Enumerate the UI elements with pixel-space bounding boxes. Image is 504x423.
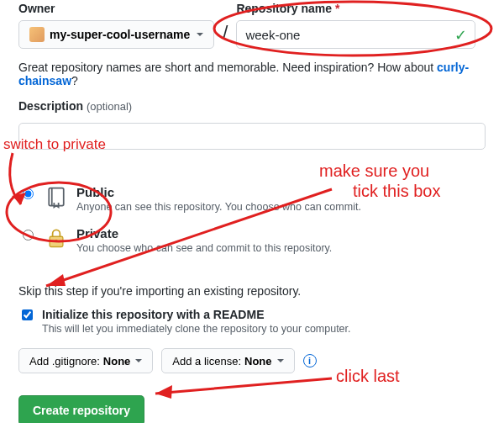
visibility-private-option[interactable]: Private You choose who can see and commi… <box>18 221 486 262</box>
private-desc: You choose who can see and commit to thi… <box>76 242 332 254</box>
license-dropdown[interactable]: Add a license: None <box>161 348 294 373</box>
init-readme-label: Initialize this repository with a README <box>42 308 264 321</box>
owner-label: Owner <box>18 2 214 15</box>
svg-point-3 <box>55 240 58 243</box>
chevron-down-icon <box>135 359 142 362</box>
lock-icon <box>45 226 68 250</box>
owner-dropdown[interactable]: my-super-cool-username <box>18 20 214 49</box>
check-icon: ✓ <box>454 26 467 45</box>
skip-step-text: Skip this step if you're importing an ex… <box>18 284 486 298</box>
avatar <box>29 27 45 42</box>
owner-username: my-super-cool-username <box>50 28 190 41</box>
init-readme-desc: This will let you immediately clone the … <box>42 323 351 335</box>
public-title: Public <box>76 185 114 199</box>
visibility-public-option[interactable]: Public Anyone can see this repository. Y… <box>18 180 486 221</box>
required-star: * <box>335 2 339 15</box>
public-radio[interactable] <box>23 188 34 199</box>
repo-name-label: Repository name * <box>236 2 475 15</box>
private-title: Private <box>76 226 118 241</box>
description-label: Description (optional) <box>18 99 486 113</box>
public-desc: Anyone can see this repository. You choo… <box>76 201 361 213</box>
init-readme-checkbox[interactable] <box>22 309 33 320</box>
gitignore-dropdown[interactable]: Add .gitignore: None <box>18 348 153 373</box>
name-hint: Great repository names are short and mem… <box>18 61 486 87</box>
chevron-down-icon <box>277 359 284 362</box>
description-input[interactable] <box>18 123 486 150</box>
private-radio[interactable] <box>23 230 34 241</box>
info-icon[interactable]: i <box>303 354 317 367</box>
slash-separator: / <box>221 19 229 47</box>
repo-icon <box>45 185 68 209</box>
create-repository-button[interactable]: Create repository <box>18 395 144 423</box>
chevron-down-icon <box>197 33 203 36</box>
repo-name-input[interactable] <box>236 20 475 49</box>
